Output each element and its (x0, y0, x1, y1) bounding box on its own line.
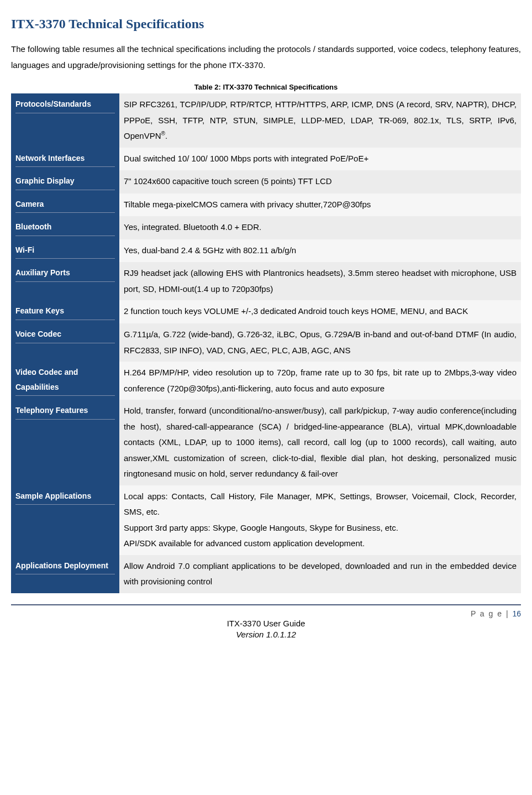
table-row: Protocols/StandardsSIP RFC3261, TCP/IP/U… (11, 93, 521, 148)
table-row: Feature Keys2 function touch keys VOLUME… (11, 300, 521, 323)
table-row: Auxiliary PortsRJ9 headset jack (allowin… (11, 262, 521, 300)
table-row: Video Codec and CapabilitiesH.264 BP/MP/… (11, 362, 521, 400)
spec-label: Applications Deployment (11, 555, 119, 593)
spec-value: Dual switched 10/ 100/ 1000 Mbps ports w… (119, 148, 521, 171)
spec-value: RJ9 headset jack (allowing EHS with Plan… (119, 262, 521, 300)
table-row: Graphic Display7" 1024x600 capacitive to… (11, 170, 521, 193)
table-row: Sample ApplicationsLocal apps: Contacts,… (11, 485, 521, 555)
table-row: BluetoothYes, integrated. Bluetooth 4.0 … (11, 216, 521, 239)
spec-value: Yes, dual-band 2.4 & 5GHz with 802.11 a/… (119, 239, 521, 263)
spec-label: Protocols/Standards (11, 93, 119, 148)
spec-value: Tiltable mega-pixelCMOS camera with priv… (119, 193, 521, 217)
page-number: 16 (512, 609, 521, 618)
spec-value: 7" 1024x600 capacitive touch screen (5 p… (119, 170, 521, 193)
table-row: Telephony FeaturesHold, transfer, forwar… (11, 400, 521, 485)
section-title: ITX-3370 Technical Specifications (11, 17, 521, 32)
table-caption: Table 2: ITX-3370 Technical Specificatio… (11, 83, 521, 91)
spec-label: Wi-Fi (11, 239, 119, 263)
spec-value: Local apps: Contacts, Call History, File… (119, 485, 521, 555)
spec-label: Auxiliary Ports (11, 262, 119, 300)
intro-paragraph: The following table resumes all the tech… (11, 41, 521, 73)
spec-label: Voice Codec (11, 323, 119, 362)
spec-value: 2 function touch keys VOLUME +/-,3 dedic… (119, 300, 521, 323)
table-row: Network InterfacesDual switched 10/ 100/… (11, 148, 521, 171)
spec-value: Allow Android 7.0 compliant applications… (119, 555, 521, 593)
spec-label: Telephony Features (11, 400, 119, 485)
spec-label: Camera (11, 193, 119, 217)
spec-label: Sample Applications (11, 485, 119, 555)
table-row: Applications DeploymentAllow Android 7.0… (11, 555, 521, 593)
spec-value: H.264 BP/MP/HP, video resolution up to 7… (119, 362, 521, 400)
spec-value: SIP RFC3261, TCP/IP/UDP, RTP/RTCP, HTTP/… (119, 93, 521, 148)
spec-label: Network Interfaces (11, 148, 119, 171)
spec-label: Video Codec and Capabilities (11, 362, 119, 400)
spec-value: Hold, transfer, forward (unconditional/n… (119, 400, 521, 485)
spec-label: Feature Keys (11, 300, 119, 323)
footer-guide: ITX-3370 User Guide Version 1.0.1.12 (11, 618, 521, 641)
spec-label: Bluetooth (11, 216, 119, 239)
footer-page: P a g e | 16 (11, 609, 521, 618)
page-label: P a g e | (471, 609, 513, 618)
table-row: Wi-FiYes, dual-band 2.4 & 5GHz with 802.… (11, 239, 521, 263)
table-row: CameraTiltable mega-pixelCMOS camera wit… (11, 193, 521, 217)
spec-value: G.711µ/a, G.722 (wide-band), G.726-32, i… (119, 323, 521, 362)
table-row: Voice CodecG.711µ/a, G.722 (wide-band), … (11, 323, 521, 362)
guide-title: ITX-3370 User Guide (227, 619, 305, 628)
spec-table: Protocols/StandardsSIP RFC3261, TCP/IP/U… (11, 93, 521, 593)
footer-rule (11, 604, 521, 605)
guide-version: Version 1.0.1.12 (236, 630, 296, 639)
spec-value: Yes, integrated. Bluetooth 4.0 + EDR. (119, 216, 521, 239)
spec-label: Graphic Display (11, 170, 119, 193)
